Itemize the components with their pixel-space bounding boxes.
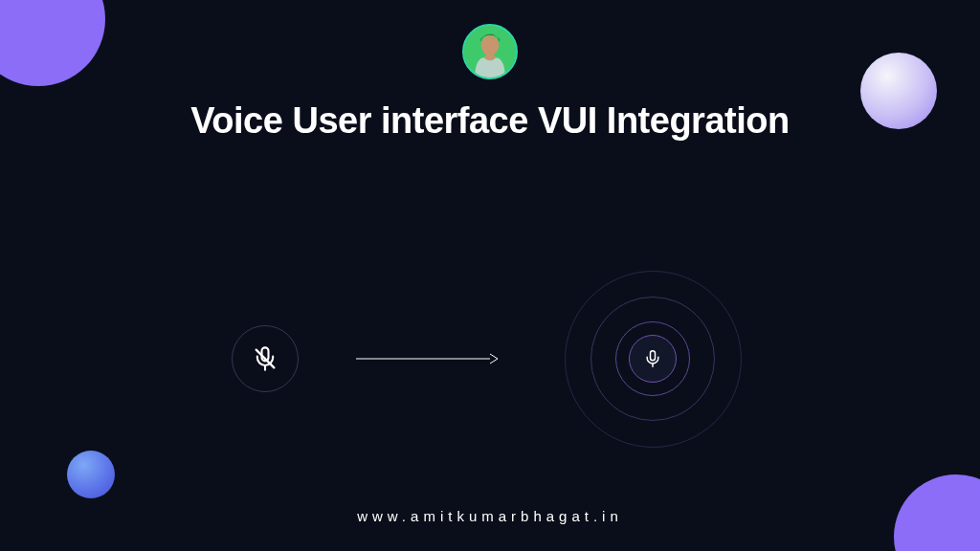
decoration-circle-bottom-left [67,451,115,498]
mic-muted-icon [252,345,278,372]
mic-state-diagram [232,263,748,454]
mic-muted-state [232,325,299,392]
mic-active-icon [643,349,662,368]
author-avatar [462,24,518,79]
arrow-right-icon [356,349,500,368]
page-title: Voice User interface VUI Integration [0,100,980,142]
transition-arrow [356,349,500,368]
mic-active-core [629,335,677,383]
avatar-person-icon [464,26,516,77]
svg-point-2 [484,54,495,60]
footer-url: www.amitkumarbhagat.in [0,508,980,524]
decoration-circle-top-left [0,0,105,86]
mic-active-state [557,263,748,454]
svg-point-1 [481,35,500,55]
